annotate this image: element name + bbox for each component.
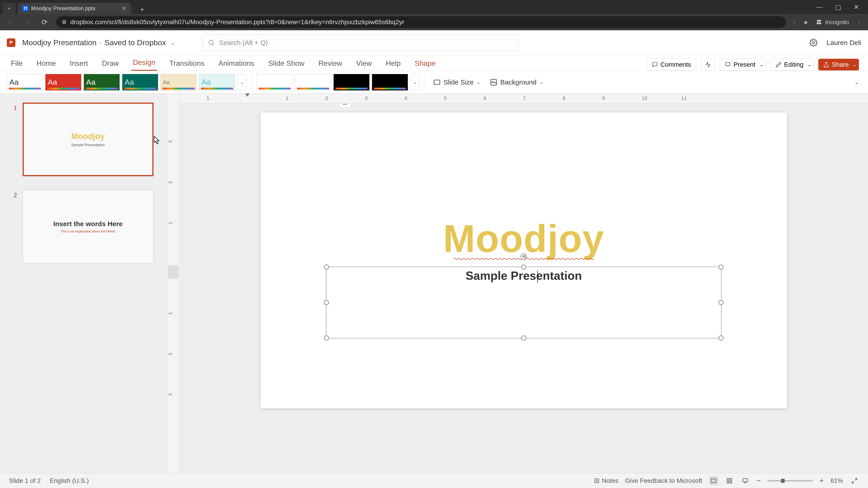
svg-rect-8 xyxy=(434,80,440,85)
svg-line-21 xyxy=(855,478,857,480)
feedback-link[interactable]: Give Feedback to Microsoft xyxy=(625,477,702,484)
rotate-handle[interactable]: ⟲ xyxy=(521,254,527,260)
svg-rect-17 xyxy=(730,481,732,483)
present-button[interactable]: Present ⌄ xyxy=(720,59,766,71)
share-button[interactable]: Share ⌄ xyxy=(818,59,859,70)
zoom-out-button[interactable]: − xyxy=(756,477,761,485)
subtitle-textbox[interactable]: ⟲ Sample Presentation xyxy=(326,267,721,338)
reading-view-button[interactable] xyxy=(741,476,750,485)
variant-option-1[interactable] xyxy=(256,74,293,91)
reload-button[interactable]: ⟳ xyxy=(40,18,50,26)
theme-option-3[interactable]: Aa xyxy=(84,74,120,91)
resize-handle[interactable] xyxy=(324,265,329,269)
chevron-down-icon[interactable]: ⌄ xyxy=(760,62,763,67)
editing-mode-button[interactable]: Editing ⌄ xyxy=(770,59,814,71)
back-button[interactable]: ← xyxy=(4,18,16,26)
vertical-ruler: 3 2 1 1 2 3 xyxy=(167,94,180,473)
svg-point-4 xyxy=(812,41,814,43)
comment-icon xyxy=(652,62,658,68)
new-tab-button[interactable]: ＋ xyxy=(135,5,149,14)
slide-thumbnail-2[interactable]: Insert the words Here This is an explana… xyxy=(23,190,153,263)
site-settings-icon[interactable]: ⚙ xyxy=(62,19,67,25)
theme-option-4[interactable]: Aa xyxy=(122,74,158,91)
tab-close-icon[interactable]: ✕ xyxy=(122,5,127,12)
minimize-icon[interactable]: — xyxy=(816,3,823,11)
powerpoint-icon: P xyxy=(7,38,16,47)
resize-handle[interactable] xyxy=(324,335,329,340)
variant-option-2[interactable] xyxy=(295,74,331,91)
notes-icon xyxy=(594,478,600,484)
variant-option-3[interactable] xyxy=(333,74,370,91)
tab-animations[interactable]: Animations xyxy=(217,56,256,71)
tab-insert[interactable]: Insert xyxy=(68,56,90,71)
chevron-down-icon: ⌄ xyxy=(476,79,480,85)
slide-thumbnail-1[interactable]: Moodjoy Sample Presentation xyxy=(23,103,153,176)
user-name[interactable]: Lauren Deli xyxy=(827,39,861,46)
sorter-view-button[interactable] xyxy=(725,476,734,485)
tab-transitions[interactable]: Transitions xyxy=(167,56,206,71)
slide-number: 2 xyxy=(13,190,17,263)
tab-slideshow[interactable]: Slide Show xyxy=(267,56,306,71)
tab-view[interactable]: View xyxy=(354,56,374,71)
resize-handle[interactable] xyxy=(719,335,723,340)
url-text: dropbox.com/scl/fi/ds8xk05ovlytyxnalh07u… xyxy=(70,19,404,26)
close-window-icon[interactable]: ✕ xyxy=(854,3,859,11)
share-icon xyxy=(823,62,829,68)
comments-button[interactable]: Comments xyxy=(647,59,696,71)
search-input[interactable]: Search (Alt + Q) xyxy=(202,34,519,51)
svg-line-3 xyxy=(213,44,214,45)
theme-option-1[interactable]: Aa xyxy=(7,74,43,91)
tab-help[interactable]: Help xyxy=(384,56,403,71)
resize-handle[interactable] xyxy=(719,265,723,269)
variant-option-4[interactable] xyxy=(372,74,408,91)
ribbon-collapse-button[interactable]: ⌄ xyxy=(852,77,861,88)
tab-design[interactable]: Design xyxy=(131,55,157,71)
resize-handle[interactable] xyxy=(324,300,329,305)
tab-shape[interactable]: Shape xyxy=(413,56,437,71)
zoom-in-button[interactable]: + xyxy=(819,477,824,485)
slide-canvas[interactable]: Moodjoy ⟲ Sample Presentat xyxy=(260,112,787,409)
resize-handle[interactable] xyxy=(521,335,526,340)
tab-search-dropdown[interactable] xyxy=(2,3,16,14)
language-indicator[interactable]: English (U.S.) xyxy=(50,477,89,484)
variants-more-button[interactable]: ⌄ xyxy=(410,74,419,91)
maximize-icon[interactable]: ▢ xyxy=(835,3,841,11)
fit-to-window-button[interactable] xyxy=(850,476,859,485)
browser-tab[interactable]: Moodjoy Presentation.pptx ✕ xyxy=(18,3,131,14)
zoom-level[interactable]: 61% xyxy=(831,477,843,484)
themes-more-button[interactable]: ⌄ xyxy=(237,74,246,91)
svg-rect-18 xyxy=(743,479,747,482)
resize-handle[interactable] xyxy=(521,265,526,269)
slide-counter[interactable]: Slide 1 of 2 xyxy=(9,477,41,484)
chevron-down-icon[interactable]: ⌄ xyxy=(807,62,811,67)
tab-review[interactable]: Review xyxy=(317,56,344,71)
incognito-indicator[interactable]: Incognito xyxy=(815,19,849,26)
horizontal-ruler: 1 1 2 3 4 5 6 7 8 9 10 11 xyxy=(180,94,868,103)
browser-menu-icon[interactable]: ⋮ xyxy=(857,20,861,24)
svg-line-22 xyxy=(852,481,854,483)
theme-option-5[interactable]: Aa xyxy=(160,74,197,91)
document-title[interactable]: Moodjoy Presentation - Saved to Dropbox … xyxy=(22,38,175,47)
tab-home[interactable]: Home xyxy=(35,56,58,71)
tab-draw[interactable]: Draw xyxy=(100,56,121,71)
slide-size-button[interactable]: Slide Size ⌄ xyxy=(430,76,484,88)
slide-thumbnail-panel: 1 Moodjoy Sample Presentation 2 Insert t… xyxy=(0,94,167,473)
theme-option-6[interactable]: Aa xyxy=(199,74,235,91)
zoom-slider[interactable] xyxy=(767,480,813,482)
address-bar[interactable]: ⚙ dropbox.com/scl/fi/ds8xk05ovlytyxnalh0… xyxy=(56,16,786,28)
catch-up-button[interactable] xyxy=(701,59,715,70)
dropbox-icon xyxy=(23,5,29,11)
tab-file[interactable]: File xyxy=(9,56,24,71)
reading-mode-icon[interactable]: ▣ xyxy=(804,20,807,24)
slide-number: 1 xyxy=(13,103,17,176)
forward-button[interactable]: → xyxy=(22,18,33,26)
theme-option-2[interactable]: Aa xyxy=(45,74,81,91)
resize-handle[interactable] xyxy=(719,300,723,305)
settings-icon[interactable] xyxy=(809,39,817,47)
notes-toggle[interactable]: Notes xyxy=(594,477,618,484)
background-button[interactable]: Background ⌄ xyxy=(486,76,547,88)
bookmark-icon[interactable]: ☆ xyxy=(793,20,796,24)
normal-view-button[interactable] xyxy=(709,476,718,485)
svg-rect-16 xyxy=(727,481,729,483)
chevron-down-icon[interactable]: ⌄ xyxy=(853,62,857,67)
